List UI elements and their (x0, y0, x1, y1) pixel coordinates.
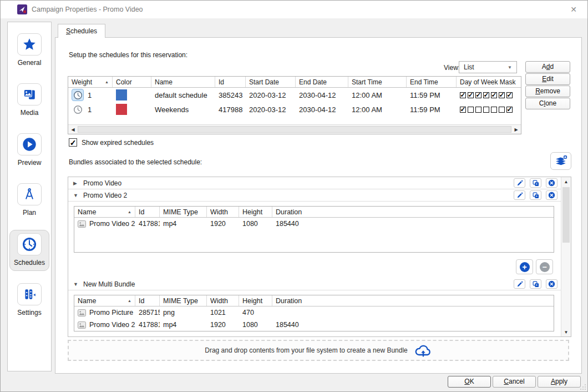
column-header-color[interactable]: Color (113, 77, 151, 87)
schedule-name: Weekends (151, 105, 215, 114)
show-expired-checkbox[interactable]: ✓ (69, 138, 77, 147)
remove-button[interactable]: Remove (525, 86, 570, 97)
add-button[interactable]: Add (525, 61, 570, 73)
scrollbar-thumb[interactable] (78, 126, 511, 133)
add-bundle-button[interactable] (550, 152, 571, 170)
edit-button[interactable]: Edit (525, 73, 570, 85)
apply-button[interactable]: Apply (538, 376, 581, 388)
scroll-down-icon[interactable]: ▼ (561, 328, 571, 336)
scroll-right-icon[interactable]: ▶ (511, 125, 521, 134)
column-header-id[interactable]: Id (215, 77, 246, 87)
column-header-dow-mask[interactable]: Day of Week Mask (457, 77, 521, 87)
sidebar-item-label: Plan (23, 209, 36, 217)
column-header-duration[interactable]: Duration (272, 295, 554, 306)
column-header-width[interactable]: Width (207, 295, 239, 306)
schedule-id: 385243 (215, 91, 246, 99)
column-header-width[interactable]: Width (207, 207, 239, 217)
sidebar-item-general[interactable]: General (9, 30, 49, 71)
column-header-id[interactable]: Id (135, 295, 160, 306)
close-icon[interactable]: ✕ (569, 4, 579, 14)
column-header-mime[interactable]: MIME Type (160, 207, 207, 217)
chevron-down-icon[interactable]: ▼ (73, 282, 79, 287)
end-time: 11:59 PM (407, 105, 457, 114)
schedule-clock-icon (72, 103, 84, 115)
chevron-right-icon[interactable]: ▶ (73, 180, 79, 186)
chevron-down-icon[interactable]: ▼ (73, 193, 79, 198)
column-header-height[interactable]: Height (239, 207, 272, 217)
sidebar-item-schedules[interactable]: Schedules (9, 230, 49, 271)
drop-zone[interactable]: Drag and drop contents from your file sy… (68, 340, 569, 361)
column-header-id[interactable]: Id (135, 207, 160, 217)
tab-schedules[interactable]: Schedules (58, 24, 105, 38)
delete-bundle-button[interactable] (546, 279, 557, 289)
duplicate-bundle-button[interactable] (530, 178, 541, 188)
column-header-mime[interactable]: MIME Type (160, 295, 207, 306)
schedule-row-weekends[interactable]: 1 Weekends 417988 2020-03-12 2030-04-12 … (68, 102, 521, 117)
media-table-header: Name ▲ Id MIME Type Width Height Duratio… (74, 207, 554, 218)
media-mime: png (160, 309, 207, 316)
pencil-icon (516, 180, 523, 187)
schedules-table: Weight ▲ Color Name Id Start Date End Da… (68, 76, 521, 134)
sidebar-item-label: General (18, 59, 42, 67)
bundle-body-promo-video-2: Name ▲ Id MIME Type Width Height Duratio… (68, 202, 561, 278)
duplicate-bundle-button[interactable] (530, 279, 541, 289)
vertical-scrollbar[interactable]: ▲ ▼ (561, 177, 571, 336)
column-header-duration[interactable]: Duration (272, 207, 554, 217)
column-header-height[interactable]: Height (239, 295, 272, 306)
column-header-end-date[interactable]: End Date (296, 77, 348, 87)
day-of-week-mask: ✓✓✓✓✓✓✓ (457, 92, 521, 98)
column-header-name[interactable]: Name ▲ (74, 207, 135, 217)
edit-bundle-button[interactable] (514, 279, 525, 289)
end-date: 2030-04-12 (296, 105, 348, 114)
sidebar-item-plan[interactable]: Plan (9, 180, 49, 221)
sidebar-item-label: Settings (17, 309, 41, 316)
column-header-weight[interactable]: Weight ▲ (68, 77, 113, 87)
bundle-header-promo-video-2[interactable]: ▼ Promo Video 2 (68, 189, 561, 202)
sliders-icon (17, 283, 42, 305)
bundle-name: New Multi Bundle (83, 280, 135, 288)
column-header-start-time[interactable]: Start Time (348, 77, 407, 87)
media-actions: + − (74, 259, 554, 274)
edit-bundle-button[interactable] (514, 190, 525, 200)
media-thumbnail-icon (78, 321, 86, 329)
sidebar-item-preview[interactable]: Preview (9, 130, 49, 171)
ok-button[interactable]: OK (448, 376, 491, 388)
copy-icon (533, 281, 539, 288)
media-height: 1080 (239, 321, 272, 329)
schedule-name: default schedule (151, 91, 215, 99)
media-mime: mp4 (160, 220, 207, 228)
schedule-clock-icon (72, 89, 84, 101)
scrollbar-thumb[interactable] (562, 187, 570, 243)
cancel-button[interactable]: Cancel (493, 376, 536, 388)
resize-grip[interactable] (580, 384, 586, 390)
schedule-row-default[interactable]: 1 default schedule 385243 2020-03-12 203… (68, 88, 521, 102)
media-row[interactable]: Promo Video 2 417881 mp4 1920 1080 18544… (74, 218, 554, 230)
clone-button[interactable]: Clone (525, 98, 570, 109)
show-expired-label: Show expired schedules (82, 139, 154, 147)
sidebar-item-settings[interactable]: Settings (9, 280, 49, 321)
drop-zone-text: Drag and drop contents from your file sy… (205, 346, 408, 354)
bundles-panel: ▶ Promo Video ▼ Promo Video 2 (68, 177, 571, 337)
view-dropdown[interactable]: List ▼ (459, 61, 517, 73)
column-header-start-date[interactable]: Start Date (246, 77, 296, 87)
media-row[interactable]: Promo Video 2 417881 mp4 1920 1080 18544… (74, 319, 554, 331)
delete-bundle-button[interactable] (546, 178, 557, 188)
duplicate-bundle-button[interactable] (530, 190, 541, 200)
scroll-up-icon[interactable]: ▲ (561, 177, 571, 186)
sidebar-item-media[interactable]: Media (9, 80, 49, 121)
media-height: 470 (239, 309, 272, 316)
scroll-left-icon[interactable]: ◀ (68, 125, 78, 134)
add-content-button[interactable]: + (516, 259, 533, 274)
delete-bundle-button[interactable] (546, 190, 557, 200)
media-row[interactable]: Promo Picture 285715 png 1021 470 (74, 306, 554, 319)
column-header-end-time[interactable]: End Time (407, 77, 457, 87)
view-label: View: (444, 64, 460, 72)
bundle-header-new-multi-bundle[interactable]: ▼ New Multi Bundle (68, 278, 561, 290)
horizontal-scrollbar[interactable]: ◀ ▶ (68, 124, 521, 134)
sort-ascending-icon: ▲ (125, 210, 131, 214)
column-header-name[interactable]: Name ▲ (74, 295, 135, 306)
remove-content-button[interactable]: − (536, 259, 553, 274)
bundle-header-promo-video[interactable]: ▶ Promo Video (68, 177, 561, 189)
column-header-name[interactable]: Name (151, 77, 215, 87)
edit-bundle-button[interactable] (514, 178, 525, 188)
